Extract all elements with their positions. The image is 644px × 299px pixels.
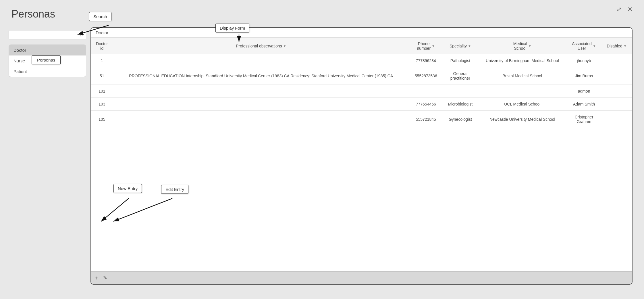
col-header-speciality: Speciality ▼: [442, 38, 478, 54]
cell-disabled: [601, 67, 632, 85]
cell-professional-obs: [113, 98, 409, 111]
data-table: Doctorid Professional observations ▼ Pho…: [91, 38, 632, 128]
cell-medical-school: [478, 85, 566, 98]
search-callout: Search: [89, 12, 111, 21]
table-footer: + ✎: [91, 271, 632, 284]
page-title: Personas: [11, 8, 55, 20]
cell-associated-user: admon: [566, 85, 601, 98]
cell-doctor-id: 51: [91, 67, 113, 85]
cell-professional-obs: [113, 85, 409, 98]
cell-doctor-id: 1: [91, 54, 113, 67]
filter-icon-speciality[interactable]: ▼: [468, 44, 471, 48]
cell-doctor-id: 103: [91, 98, 113, 111]
cell-disabled: [601, 54, 632, 67]
sidebar-item-patient[interactable]: Patient: [9, 66, 86, 77]
col-header-phone-number: Phonenumber ▼: [409, 38, 442, 54]
cell-speciality: Microbiologist: [442, 98, 478, 111]
cell-phone-number: 777654456: [409, 98, 442, 111]
filter-icon-obs[interactable]: ▼: [283, 44, 286, 48]
cell-speciality: [442, 85, 478, 98]
search-container: ⌕: [9, 30, 86, 39]
edit-entry-button[interactable]: ✎: [103, 275, 107, 280]
col-header-medical-school: MedicalSchool ▼: [478, 38, 566, 54]
expand-button[interactable]: ⤢: [616, 6, 622, 13]
display-form-callout: Display Form: [215, 24, 249, 32]
table-row[interactable]: 101 admon: [91, 85, 632, 98]
filter-icon-disabled[interactable]: ▼: [624, 44, 627, 48]
col-header-associated-user: AssociatedUser ▼: [566, 38, 601, 54]
main-area: Doctor Doctorid Professional observation…: [90, 27, 633, 285]
table-row[interactable]: 51 PROFESSIONAL EDUCATION Internship: St…: [91, 67, 632, 85]
table-row[interactable]: 103 777654456 Microbiologist UCL Medical…: [91, 98, 632, 111]
personas-callout: Personas: [32, 55, 61, 64]
persona-type-label: Doctor: [91, 28, 632, 38]
cell-doctor-id: 101: [91, 85, 113, 98]
cell-professional-obs: [113, 111, 409, 128]
cell-speciality: Pathologist: [442, 54, 478, 67]
search-icon: ⌕: [80, 32, 83, 37]
cell-disabled: [601, 98, 632, 111]
cell-disabled: [601, 111, 632, 128]
add-entry-button[interactable]: +: [95, 275, 99, 281]
cell-professional-obs: [113, 54, 409, 67]
cell-associated-user: Adam Smith: [566, 98, 601, 111]
search-input[interactable]: [12, 32, 80, 37]
cell-medical-school: Newcastle University Medical School: [478, 111, 566, 128]
search-input-wrapper: ⌕: [9, 30, 86, 39]
cell-medical-school: Bristol Medical School: [478, 67, 566, 85]
cell-doctor-id: 105: [91, 111, 113, 128]
col-header-professional-observations: Professional observations ▼: [113, 38, 409, 54]
cell-associated-user: jhonnyb: [566, 54, 601, 67]
sidebar-item-doctor[interactable]: Doctor: [9, 45, 86, 55]
cell-associated-user: CristopherGraham: [566, 111, 601, 128]
filter-icon-associated-user[interactable]: ▼: [593, 44, 596, 48]
cell-phone-number: 5552873536: [409, 67, 442, 85]
cell-phone-number: 555721845: [409, 111, 442, 128]
cell-speciality: Gynecologist: [442, 111, 478, 128]
cell-associated-user: Jim Burns: [566, 67, 601, 85]
col-header-doctor-id: Doctorid: [91, 38, 113, 54]
filter-icon-phone[interactable]: ▼: [432, 44, 435, 48]
filter-icon-medical-school[interactable]: ▼: [528, 44, 531, 48]
cell-medical-school: University of Birmingham Medical School: [478, 54, 566, 67]
cell-phone-number: 777896234: [409, 54, 442, 67]
cell-speciality: Generalpractitioner: [442, 67, 478, 85]
cell-phone-number: [409, 85, 442, 98]
cell-medical-school: UCL Medical School: [478, 98, 566, 111]
cell-professional-obs: PROFESSIONAL EDUCATION Internship: Stand…: [113, 67, 409, 85]
edit-entry-callout: Edit Entry: [161, 185, 188, 194]
top-right-icons: ⤢ ✕: [616, 6, 633, 13]
table-header-row: Doctorid Professional observations ▼ Pho…: [91, 38, 632, 54]
close-button[interactable]: ✕: [627, 6, 633, 13]
table-row[interactable]: 1 777896234 Pathologist University of Bi…: [91, 54, 632, 67]
cell-disabled: [601, 85, 632, 98]
table-row[interactable]: 105 555721845 Gynecologist Newcastle Uni…: [91, 111, 632, 128]
new-entry-callout: New Entry: [113, 184, 142, 193]
col-header-disabled: Disabled ▼: [601, 38, 632, 54]
